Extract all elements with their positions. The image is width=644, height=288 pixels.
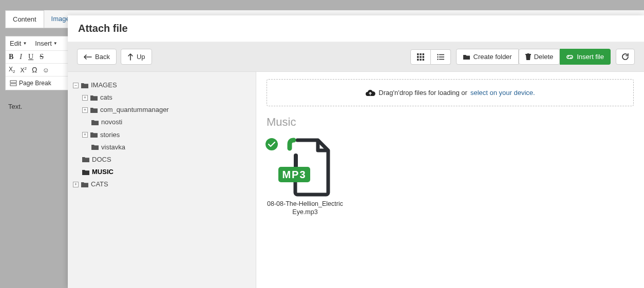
editor-content[interactable]: Text. [8, 103, 22, 110]
svg-text:MP3: MP3 [282, 169, 306, 180]
file-item[interactable]: MP3 08-08-The-Hellion_Electric Eye.mp3 [267, 136, 344, 217]
trash-icon [525, 53, 531, 60]
folder-icon [90, 107, 98, 113]
tree-item-novosti[interactable]: novosti [82, 116, 251, 128]
folder-icon [82, 169, 89, 175]
svg-rect-16 [439, 59, 444, 60]
modal-header: Attach file [68, 15, 644, 42]
up-button[interactable]: Up [121, 49, 152, 65]
underline-button[interactable]: U [28, 53, 33, 61]
expand-icon[interactable]: + [82, 107, 88, 113]
svg-rect-4 [422, 53, 424, 55]
tree-item-comquantum[interactable]: + com_quantummanager [82, 104, 251, 116]
insert-menu[interactable]: Insert▼ [31, 36, 61, 50]
editor-toolbar: Edit▼ Insert▼ B I U S X2 X2 Ω ☺ Page Bre… [5, 36, 72, 90]
file-thumbnail: MP3 [272, 136, 338, 198]
tree-label: DOCS [92, 155, 111, 165]
expand-icon[interactable]: + [73, 182, 79, 187]
svg-rect-12 [439, 54, 444, 55]
folder-icon [81, 182, 88, 187]
arrow-up-icon [127, 53, 134, 61]
modal-toolbar: Back Up Create folder [68, 42, 644, 72]
tree-item-cats2[interactable]: + CATS [73, 178, 251, 190]
folder-icon [81, 83, 88, 88]
refresh-button[interactable] [616, 49, 635, 65]
sub-row: X2 X2 Ω ☺ [6, 64, 71, 76]
section-title: Music [267, 116, 634, 129]
folder-icon [463, 54, 470, 60]
tree-item-stories[interactable]: + stories [82, 129, 251, 141]
tree-label: stories [100, 130, 120, 140]
dropzone[interactable]: Drag'n'drop files for loading or select … [267, 79, 634, 106]
cloud-upload-icon [365, 89, 375, 97]
svg-rect-3 [420, 53, 422, 55]
back-button[interactable]: Back [77, 49, 117, 65]
file-name: 08-08-The-Hellion_Electric Eye.mp3 [267, 200, 344, 217]
grid-view-button[interactable] [410, 49, 431, 65]
strike-button[interactable]: S [40, 53, 44, 61]
italic-button[interactable]: I [20, 53, 22, 61]
svg-rect-9 [420, 59, 422, 61]
svg-rect-7 [422, 56, 424, 58]
list-view-button[interactable] [431, 49, 451, 65]
edit-menu[interactable]: Edit▼ [6, 36, 31, 50]
omega-button[interactable]: Ω [32, 66, 37, 74]
folder-tree: − IMAGES + cats + com_quantu [68, 72, 256, 288]
tree-label: MUSIC [92, 167, 113, 177]
folder-icon [90, 132, 98, 138]
tree-label: vistavka [101, 142, 125, 152]
tree-item-vistavka[interactable]: vistavka [82, 141, 251, 153]
modal-body: − IMAGES + cats + com_quantu [68, 72, 644, 288]
attach-file-modal: Attach file Back Up [68, 15, 644, 288]
checkmark-icon [266, 138, 278, 150]
svg-rect-5 [417, 56, 419, 58]
list-icon [437, 54, 444, 60]
tree-item-cats[interactable]: + cats [82, 91, 251, 104]
expand-icon[interactable]: + [82, 95, 88, 101]
emoji-button[interactable]: ☺ [42, 66, 49, 74]
tree-item-music[interactable]: MUSIC [73, 166, 251, 178]
insert-file-button[interactable]: Insert file [560, 49, 611, 65]
pagebreak-button[interactable]: Page Break [6, 76, 71, 90]
svg-rect-8 [417, 59, 419, 61]
folder-icon [90, 95, 98, 101]
dropzone-text: Drag'n'drop files for loading or [378, 89, 467, 97]
svg-rect-10 [422, 59, 424, 61]
tree-item-docs[interactable]: DOCS [73, 153, 251, 166]
svg-point-13 [437, 56, 438, 57]
folder-icon [91, 144, 99, 150]
action-group: Create folder Delete Insert file [456, 49, 611, 65]
superscript-button[interactable]: X2 [20, 66, 26, 74]
tree-label: cats [100, 92, 112, 103]
tree-item-images[interactable]: − IMAGES [73, 79, 251, 91]
subscript-button[interactable]: X2 [9, 66, 15, 74]
tree-label: CATS [91, 179, 108, 189]
refresh-icon [621, 53, 629, 61]
svg-rect-0 [10, 81, 16, 83]
bold-button[interactable]: B [9, 53, 13, 61]
file-grid: MP3 08-08-The-Hellion_Electric Eye.mp3 [267, 136, 634, 217]
svg-rect-14 [439, 56, 444, 57]
modal-title: Attach file [78, 23, 634, 34]
tab-content[interactable]: Content [5, 10, 44, 28]
expand-icon[interactable]: + [82, 132, 88, 138]
svg-rect-6 [420, 56, 422, 58]
view-toggle [410, 49, 451, 65]
svg-rect-2 [417, 53, 419, 55]
create-folder-button[interactable]: Create folder [456, 49, 519, 65]
tree-label: IMAGES [91, 80, 117, 90]
delete-button[interactable]: Delete [519, 49, 560, 65]
svg-point-15 [437, 59, 438, 60]
svg-point-11 [437, 54, 438, 55]
tree-label: novosti [101, 117, 122, 127]
tree-label: com_quantummanager [100, 105, 169, 115]
arrow-left-icon [84, 54, 92, 60]
svg-rect-1 [10, 84, 16, 86]
folder-icon [91, 120, 99, 125]
mp3-file-icon: MP3 [274, 136, 336, 198]
format-row: B I U S [6, 51, 71, 64]
grid-icon [417, 53, 424, 61]
dropzone-link[interactable]: select on your device. [470, 89, 535, 97]
pagebreak-icon [10, 80, 17, 86]
collapse-icon[interactable]: − [73, 83, 79, 88]
